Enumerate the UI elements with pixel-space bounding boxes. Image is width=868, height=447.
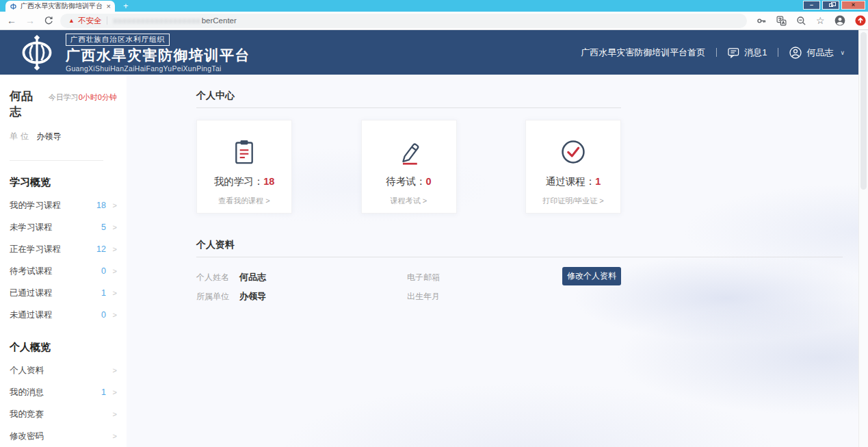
sidebar-item-label: 未学习课程 [10, 222, 53, 233]
main-content: 个人中心 [127, 75, 858, 447]
page-scrollbar[interactable] [858, 30, 868, 447]
chevron-right-icon: > [106, 223, 117, 231]
study-overview-list: 我的学习课程 18 > 未学习课程 5 > 正在学习课程 12 > [10, 194, 117, 326]
window-restore-button[interactable] [822, 1, 839, 10]
edit-profile-button[interactable]: 修改个人资料 [562, 267, 621, 285]
nav-home-link[interactable]: 广西水旱灾害防御培训平台首页 [581, 47, 705, 59]
card-link-certificates[interactable]: 打印证明/毕业证 > [542, 196, 604, 206]
forward-icon: → [25, 16, 35, 25]
chevron-right-icon: > [106, 410, 117, 418]
window-close-button[interactable]: × [841, 1, 865, 10]
sidebar-item-label: 正在学习课程 [10, 244, 61, 255]
profile-avatar-icon[interactable] [834, 15, 845, 26]
site-logo-icon [16, 34, 57, 71]
security-warning-icon: ▲ [68, 17, 75, 24]
nav-messages-link[interactable]: 消息1 [728, 47, 767, 59]
sidebar: 何品志 今日学习0小时0分钟 单位 办领导 学习概览 我的学习课程 18 > [0, 75, 127, 447]
profile-title: 个人资料 [196, 239, 858, 251]
reload-icon[interactable] [44, 16, 53, 25]
today-study-value: 0小时0分钟 [79, 93, 117, 101]
url-text: berCenter [202, 16, 237, 25]
header-nav: 广西水旱灾害防御培训平台首页 消息1 何品志 ∨ [581, 47, 845, 59]
clipboard-icon [232, 138, 257, 166]
card-value: 1 [595, 176, 601, 187]
sidebar-item-profile[interactable]: 个人资料 > [10, 359, 117, 381]
url-redacted: xxxxxxxxxxxxxxxxxxx [113, 16, 200, 25]
scrollbar-thumb[interactable] [860, 32, 867, 190]
sidebar-item-count: 0 [101, 266, 106, 276]
sidebar-item-label: 待考试课程 [10, 266, 53, 277]
sidebar-item-my-courses[interactable]: 我的学习课程 18 > [10, 194, 117, 216]
card-label: 待考试： [386, 176, 425, 187]
bookmark-star-icon[interactable]: ☆ [816, 16, 825, 25]
summary-cards: 我的学习：18 查看我的课程 > [196, 120, 621, 214]
sidebar-item-label: 我的竞赛 [10, 409, 44, 420]
card-pending-exam[interactable]: 待考试：0 课程考试 > [361, 120, 457, 214]
sidebar-item-messages[interactable]: 我的消息 1 > [10, 381, 117, 403]
new-tab-button[interactable]: + [123, 1, 129, 10]
sidebar-item-pending-exam[interactable]: 待考试课程 0 > [10, 260, 117, 282]
sidebar-item-change-password[interactable]: 修改密码 > [10, 425, 117, 447]
restore-icon [829, 3, 833, 7]
card-label-row: 通过课程：1 [546, 175, 601, 188]
field-name: 个人姓名 何品志 [196, 271, 407, 283]
sidebar-item-label: 未通过课程 [10, 309, 53, 321]
card-value: 0 [425, 176, 431, 187]
unit-label: 单位 [10, 131, 31, 141]
sidebar-item-not-started[interactable]: 未学习课程 5 > [10, 216, 117, 238]
user-name: 何品志 [10, 88, 42, 120]
check-circle-icon [560, 138, 587, 166]
address-bar[interactable]: ▲ 不安全 xxxxxxxxxxxxxxxxxxx berCenter [60, 14, 747, 28]
chevron-right-icon: > [106, 201, 117, 209]
card-link-exam[interactable]: 课程考试 > [391, 196, 427, 206]
profile-fields: 个人姓名 何品志 电子邮箱 所属单位 办领导 [196, 268, 843, 306]
personal-center-title: 个人中心 [196, 90, 858, 102]
section-divider [196, 257, 843, 257]
sidebar-user-row: 何品志 今日学习0小时0分钟 [10, 88, 117, 120]
field-value: 何品志 [239, 271, 266, 283]
zoom-icon[interactable] [796, 16, 806, 26]
nav-messages-label: 消息1 [744, 47, 767, 59]
card-my-study[interactable]: 我的学习：18 查看我的课程 > [196, 120, 292, 214]
user-icon [789, 47, 802, 59]
site-title-pinyin: GuangXiShuiHanZaiHaiFangYuPeiXunPingTai [66, 64, 250, 73]
chevron-down-icon: ∨ [840, 49, 845, 56]
card-link-my-courses[interactable]: 查看我的课程 > [218, 196, 269, 206]
chevron-right-icon: > [106, 432, 117, 440]
unit-row: 单位 办领导 [10, 131, 117, 142]
sidebar-item-count: 1 [101, 387, 106, 397]
chevron-right-icon: > [106, 267, 117, 275]
sidebar-item-competitions[interactable]: 我的竞赛 > [10, 403, 117, 425]
chevron-right-icon: > [106, 366, 117, 374]
sidebar-item-not-passed[interactable]: 未通过课程 0 > [10, 304, 117, 326]
brand-block: 广西壮族自治区水利厅组织 广西水旱灾害防御培训平台 GuangXiShuiHan… [66, 32, 250, 72]
nav-user-menu[interactable]: 何品志 ∨ [789, 47, 845, 59]
back-icon[interactable]: ← [7, 16, 16, 25]
browser-update-icon[interactable] [855, 15, 866, 26]
window-minimize-button[interactable]: – [803, 1, 820, 10]
card-passed-courses[interactable]: 通过课程：1 打印证明/毕业证 > [525, 120, 621, 214]
password-key-icon[interactable] [757, 16, 767, 26]
sidebar-item-count: 0 [101, 310, 106, 320]
unit-value: 办领导 [36, 131, 61, 141]
card-label-row: 待考试：0 [386, 175, 431, 188]
sidebar-divider [10, 160, 103, 161]
browser-toolbar: ← → ▲ 不安全 xxxxxxxxxxxxxxxxxxx berCenter … [0, 12, 868, 30]
sidebar-item-count: 12 [96, 244, 106, 254]
personal-overview-title: 个人概览 [10, 341, 117, 354]
chevron-right-icon: > [106, 388, 117, 396]
sidebar-item-passed[interactable]: 已通过课程 1 > [10, 282, 117, 304]
chevron-right-icon: > [106, 311, 117, 319]
field-label: 出生年月 [407, 291, 440, 303]
profile-row: 个人姓名 何品志 电子邮箱 [196, 268, 843, 287]
chevron-right-icon: > [106, 245, 117, 253]
field-label: 个人姓名 [196, 272, 229, 283]
card-label-row: 我的学习：18 [214, 175, 275, 188]
card-label: 我的学习： [214, 176, 264, 187]
page-content: 广西壮族自治区水利厅组织 广西水旱灾害防御培训平台 GuangXiShuiHan… [0, 30, 858, 447]
sidebar-item-in-progress[interactable]: 正在学习课程 12 > [10, 238, 117, 260]
browser-tab[interactable]: 广西水旱灾害防御培训平台 × [5, 1, 115, 12]
tab-close-icon[interactable]: × [107, 3, 111, 10]
translate-icon[interactable] [776, 16, 787, 26]
security-warning-label[interactable]: 不安全 [78, 16, 102, 26]
